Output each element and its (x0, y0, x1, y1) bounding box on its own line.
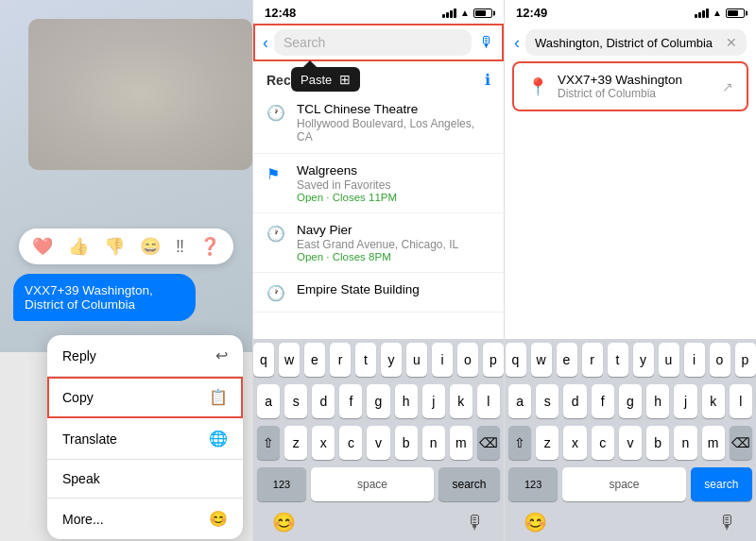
key-w-3[interactable]: w (531, 343, 552, 377)
message-bubble: VXX7+39 Washington, District of Columbia (13, 274, 196, 321)
key-y-3[interactable]: y (633, 343, 654, 377)
maps-search-bar: ‹ Search 🎙 Paste ⊞ (253, 24, 504, 61)
key-k-3[interactable]: k (702, 384, 725, 418)
key-n[interactable]: n (422, 426, 445, 460)
key-p-3[interactable]: p (735, 343, 756, 377)
key-delete-3[interactable]: ⌫ (730, 426, 752, 460)
context-menu-more[interactable]: More... 😊 (47, 499, 243, 539)
key-s[interactable]: s (284, 384, 307, 418)
keyboard-row2-p2: a s d f g h j k l (253, 380, 504, 422)
key-l-3[interactable]: l (730, 384, 752, 418)
key-f-3[interactable]: f (592, 384, 614, 418)
key-search-p3[interactable]: search (691, 467, 752, 501)
reaction-thumbsup-icon[interactable]: 👍 (68, 236, 89, 257)
key-v-3[interactable]: v (619, 426, 642, 460)
reaction-haha-icon[interactable]: 😄 (140, 236, 161, 257)
key-f[interactable]: f (339, 384, 362, 418)
search-result-item[interactable]: 📍 VXX7+39 Washington District of Columbi… (512, 61, 748, 111)
context-menu-copy[interactable]: Copy 📋 (47, 377, 243, 418)
wifi-icon-2: ▲ (460, 8, 470, 18)
clear-search-icon[interactable]: ✕ (726, 35, 737, 50)
key-l[interactable]: l (477, 384, 500, 418)
key-n-3[interactable]: n (674, 426, 696, 460)
key-h[interactable]: h (395, 384, 418, 418)
place-item-3[interactable]: 🕐 Empire State Building (253, 273, 504, 313)
reaction-question-icon[interactable]: ❓ (199, 236, 220, 257)
key-m-3[interactable]: m (702, 426, 725, 460)
search-back-button-3[interactable]: ‹ (514, 33, 520, 53)
key-b-3[interactable]: b (646, 426, 669, 460)
key-d-3[interactable]: d (563, 384, 586, 418)
key-q-3[interactable]: q (506, 343, 526, 377)
context-menu-speak[interactable]: Speak (47, 460, 243, 499)
key-x-3[interactable]: x (563, 426, 586, 460)
key-g-3[interactable]: g (619, 384, 642, 418)
key-c[interactable]: c (339, 426, 362, 460)
key-j-3[interactable]: j (674, 384, 696, 418)
mic-icon[interactable]: 🎙 (479, 34, 494, 51)
key-e-3[interactable]: e (557, 343, 577, 377)
search-input-3[interactable]: Washington, District of Columbia ✕ (525, 29, 747, 56)
key-q[interactable]: q (253, 343, 274, 377)
key-r-3[interactable]: r (582, 343, 603, 377)
place-item-0[interactable]: 🕐 TCL Chinese Theatre Hollywood Boulevar… (253, 93, 504, 154)
key-c-3[interactable]: c (592, 426, 614, 460)
context-menu-translate[interactable]: Translate 🌐 (47, 418, 243, 460)
key-shift-3[interactable]: ⇧ (508, 426, 531, 460)
search-back-button[interactable]: ‹ (263, 33, 268, 53)
key-b[interactable]: b (395, 426, 418, 460)
key-m[interactable]: m (450, 426, 472, 460)
key-k[interactable]: k (450, 384, 472, 418)
place-name-2: Navy Pier (297, 223, 458, 237)
keyboard-panel2: q w e r t y u i o p a s d f g h j k l ⇧ … (253, 339, 504, 541)
key-shift[interactable]: ⇧ (257, 426, 280, 460)
key-p[interactable]: p (483, 343, 504, 377)
emoji-icon-p3[interactable]: 😊 (524, 511, 547, 533)
key-j[interactable]: j (422, 384, 445, 418)
panel-messages: 12:48 📶 ❤️ 👍 👎 😄 ‼️ ❓ VXX7+39 Washington… (0, 0, 252, 541)
key-u-3[interactable]: u (659, 343, 679, 377)
key-o-3[interactable]: o (710, 343, 730, 377)
reaction-heart-icon[interactable]: ❤️ (32, 236, 53, 257)
key-u[interactable]: u (406, 343, 427, 377)
key-w[interactable]: w (279, 343, 300, 377)
key-h-3[interactable]: h (646, 384, 669, 418)
context-menu-reply[interactable]: Reply ↩ (47, 335, 243, 377)
key-num-p3[interactable]: 123 (508, 467, 558, 501)
key-v[interactable]: v (367, 426, 389, 460)
key-r[interactable]: r (330, 343, 351, 377)
key-s-3[interactable]: s (536, 384, 558, 418)
key-y[interactable]: y (381, 343, 402, 377)
key-space-p3[interactable]: space (562, 467, 686, 501)
key-o[interactable]: o (457, 343, 478, 377)
reaction-thumbsdown-icon[interactable]: 👎 (104, 236, 125, 257)
key-z[interactable]: z (284, 426, 307, 460)
mic-icon-p3[interactable]: 🎙 (718, 512, 737, 533)
search-input-field[interactable]: Search (274, 29, 472, 56)
key-i[interactable]: i (432, 343, 453, 377)
emoji-icon-p2[interactable]: 😊 (272, 511, 296, 533)
key-g[interactable]: g (367, 384, 389, 418)
key-a[interactable]: a (257, 384, 280, 418)
key-delete[interactable]: ⌫ (477, 426, 500, 460)
paste-tooltip: Paste ⊞ (291, 67, 360, 92)
key-d[interactable]: d (312, 384, 335, 418)
key-a-3[interactable]: a (508, 384, 531, 418)
key-t[interactable]: t (355, 343, 376, 377)
mic-icon-p2[interactable]: 🎙 (466, 512, 485, 533)
key-z-3[interactable]: z (536, 426, 558, 460)
key-x[interactable]: x (312, 426, 335, 460)
keyboard-row3-p2: ⇧ z x c v b n m ⌫ (253, 422, 504, 464)
key-e[interactable]: e (304, 343, 325, 377)
key-search-p2[interactable]: search (438, 467, 500, 501)
key-i-3[interactable]: i (684, 343, 705, 377)
place-info-3: Empire State Building (297, 282, 420, 296)
place-item-1[interactable]: ⚑ Walgreens Saved in Favorites Open · Cl… (253, 154, 504, 213)
recent-info-icon[interactable]: ℹ (485, 71, 490, 89)
paste-label[interactable]: Paste (301, 73, 332, 87)
key-num-p2[interactable]: 123 (257, 467, 306, 501)
key-space-p2[interactable]: space (311, 467, 434, 501)
key-t-3[interactable]: t (608, 343, 628, 377)
place-item-2[interactable]: 🕐 Navy Pier East Grand Avenue, Chicago, … (253, 213, 504, 273)
reaction-exclaim-icon[interactable]: ‼️ (176, 237, 184, 257)
